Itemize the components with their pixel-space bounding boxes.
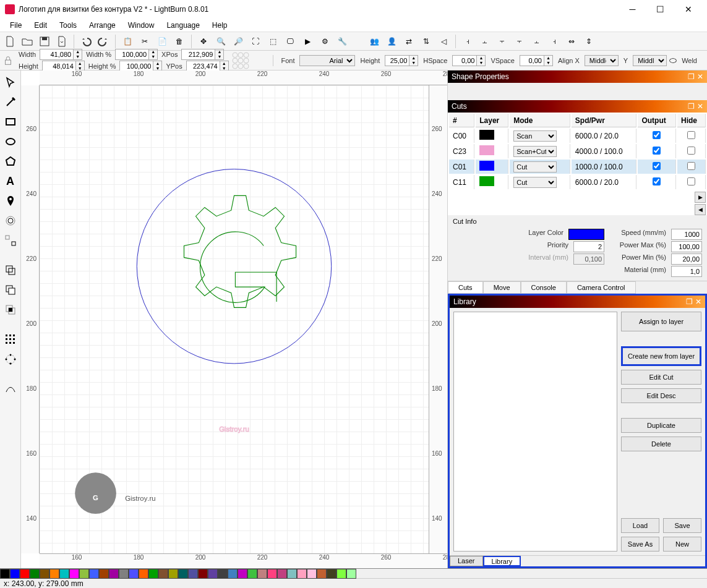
edit-desc-button[interactable]: Edit Desc: [621, 388, 701, 403]
palette-swatch[interactable]: [158, 569, 168, 579]
dist-h-icon[interactable]: ⇔: [564, 34, 579, 49]
palette-swatch[interactable]: [129, 569, 139, 579]
palette-swatch[interactable]: [317, 569, 327, 579]
align-center-icon[interactable]: ⫠: [478, 34, 492, 49]
edit-path-icon[interactable]: [2, 381, 19, 397]
palette-swatch[interactable]: [247, 569, 257, 579]
palette-swatch[interactable]: [198, 569, 208, 579]
palette-swatch[interactable]: [287, 569, 297, 579]
align-top-icon[interactable]: ⫟: [512, 34, 527, 49]
assign-to-layer-button[interactable]: Assign to layer: [621, 312, 701, 331]
close-button[interactable]: ✕: [674, 0, 702, 19]
frame-icon[interactable]: 🖵: [283, 34, 298, 49]
zoom-fit-icon[interactable]: ⛶: [248, 34, 263, 49]
palette-swatch[interactable]: [148, 569, 158, 579]
boolean-union-icon[interactable]: [2, 262, 19, 278]
save-file-icon[interactable]: [37, 34, 52, 49]
palette-swatch[interactable]: [267, 569, 277, 579]
menu-tools[interactable]: Tools: [53, 20, 83, 31]
layer-color-swatch[interactable]: [568, 229, 604, 240]
rect-tool-icon[interactable]: [2, 114, 19, 130]
pan-icon[interactable]: ✥: [196, 34, 211, 49]
power-max-input[interactable]: [671, 241, 702, 252]
hide-checkbox[interactable]: [687, 147, 695, 155]
palette-swatch[interactable]: [178, 569, 188, 579]
palette-swatch[interactable]: [208, 569, 218, 579]
library-tree[interactable]: [453, 312, 617, 552]
align-right-icon[interactable]: ⫟: [495, 34, 510, 49]
create-new-from-layer-button[interactable]: Create new from layer: [621, 346, 701, 366]
cuts-header[interactable]: Cuts ❐✕: [448, 100, 707, 113]
radial-array-icon[interactable]: [2, 351, 19, 367]
palette-swatch[interactable]: [119, 569, 129, 579]
select-tool-icon[interactable]: [2, 74, 19, 90]
canvas[interactable]: 160180200220240260280 260240220200180160…: [21, 70, 447, 568]
group-icon[interactable]: 👥: [367, 34, 382, 49]
import-icon[interactable]: [54, 34, 69, 49]
cuts-row[interactable]: C00 Scan 6000.0 / 20.0: [449, 129, 706, 143]
palette-swatch[interactable]: [307, 569, 317, 579]
alignx-select[interactable]: Middle: [585, 55, 619, 66]
priority-input[interactable]: [573, 241, 604, 252]
mode-select[interactable]: Scan: [513, 130, 557, 142]
tab-console[interactable]: Console: [521, 281, 567, 294]
width-input[interactable]: [40, 49, 74, 60]
palette-swatch[interactable]: [228, 569, 238, 579]
move-layer-down-button[interactable]: ◀: [695, 204, 706, 215]
undock-icon[interactable]: ❐: [688, 72, 695, 81]
output-checkbox[interactable]: [653, 131, 661, 139]
hspace-input[interactable]: [452, 55, 477, 66]
close-panel-icon[interactable]: ✕: [697, 102, 703, 111]
undock-icon[interactable]: ❐: [686, 297, 693, 306]
palette-swatch[interactable]: [79, 569, 89, 579]
palette-swatch[interactable]: [327, 569, 336, 579]
boolean-sub-icon[interactable]: [2, 282, 19, 298]
align-mid-icon[interactable]: ⫠: [529, 34, 544, 49]
tab-move[interactable]: Move: [483, 281, 521, 294]
palette-swatch[interactable]: [346, 569, 356, 579]
copy-icon[interactable]: 📋: [120, 34, 135, 49]
power-min-input[interactable]: [671, 254, 702, 265]
close-panel-icon[interactable]: ✕: [697, 72, 703, 81]
load-button[interactable]: Load: [621, 518, 659, 533]
palette-swatch[interactable]: [336, 569, 346, 579]
shape-properties-header[interactable]: Shape Properties ❐✕: [448, 70, 707, 83]
menu-window[interactable]: Window: [122, 20, 161, 31]
palette-swatch[interactable]: [89, 569, 99, 579]
font-height-input[interactable]: [385, 55, 409, 66]
palette-swatch[interactable]: [49, 569, 59, 579]
delete-icon[interactable]: 🗑: [172, 34, 187, 49]
palette-swatch[interactable]: [20, 569, 30, 579]
polygon-tool-icon[interactable]: [2, 153, 19, 169]
boolean-int-icon[interactable]: [2, 302, 19, 318]
xpos-input[interactable]: [181, 49, 215, 60]
redo-icon[interactable]: [96, 34, 111, 49]
width-pct-input[interactable]: [115, 49, 149, 60]
output-checkbox[interactable]: [653, 162, 661, 170]
anchor-grid-icon[interactable]: [231, 51, 250, 70]
location-tool-icon[interactable]: [2, 193, 19, 209]
zoom-out-icon[interactable]: 🔎: [231, 34, 246, 49]
palette-swatch[interactable]: [69, 569, 79, 579]
bottom-tab-library[interactable]: Library: [483, 556, 521, 566]
cuts-row[interactable]: C11 Cut 6000.0 / 20.0: [449, 175, 706, 189]
edit-cut-button[interactable]: Edit Cut: [621, 370, 701, 385]
duplicate-button[interactable]: Duplicate: [621, 418, 701, 433]
ungroup-icon[interactable]: 👤: [384, 34, 399, 49]
bottom-tab-laser[interactable]: Laser: [450, 556, 483, 566]
library-header[interactable]: Library ❐✕: [450, 296, 705, 308]
ellipse-tool-icon[interactable]: [2, 134, 19, 150]
tab-cuts[interactable]: Cuts: [448, 281, 483, 294]
palette-swatch[interactable]: [10, 569, 20, 579]
save-button[interactable]: Save: [663, 518, 701, 533]
offset-tool-icon[interactable]: [2, 213, 19, 229]
draw-line-tool-icon[interactable]: [2, 94, 19, 110]
palette-swatch[interactable]: [59, 569, 69, 579]
menu-edit[interactable]: Edit: [28, 20, 53, 31]
output-checkbox[interactable]: [653, 147, 661, 155]
flip-v-icon[interactable]: ⇅: [419, 34, 434, 49]
palette-swatch[interactable]: [188, 569, 198, 579]
align-bot-icon[interactable]: ⫞: [547, 34, 562, 49]
cuts-row[interactable]: C23 Scan+Cut 4000.0 / 100.0: [449, 144, 706, 158]
grid-array-icon[interactable]: [2, 331, 19, 347]
